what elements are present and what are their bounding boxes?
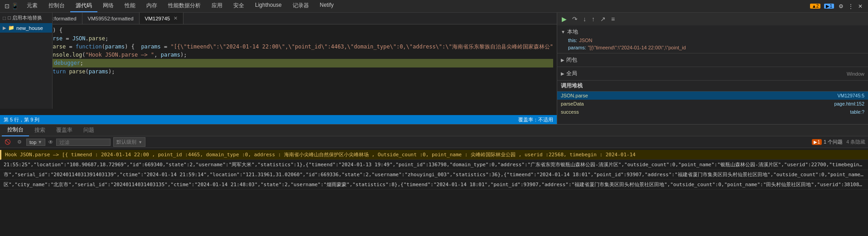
console-output: Hook JSON.parse —> [{ timeend : 2024-01-… [0, 148, 868, 236]
cursor-position: 第 5 行，第 9 列 [4, 116, 39, 123]
frame-loc-0: VM129745:5 [837, 93, 864, 98]
bottom-tab-issues[interactable]: 问题 [78, 125, 100, 136]
debugger-panel: ▶ ↷ ↓ ↑ ↗ ≡ ▼ 本地 this: JSON [557, 13, 868, 124]
call-stack-frame-0[interactable]: JSON.parse VM129745:5 [557, 92, 868, 100]
devtools-nav-menu: 元素 控制台 源代码 网络 性能 内存 性能数据分析 应用 安全 Lightho… [21, 0, 339, 12]
step-out-button[interactable]: ↑ [590, 14, 597, 24]
filter-input[interactable] [56, 139, 111, 146]
closure-scope-label: 闭包 [566, 57, 577, 63]
global-scope: ▶ 全局 Window [557, 67, 868, 81]
frame-fn-1: parseData [561, 101, 584, 106]
local-scope-header[interactable]: ▼ 本地 [557, 27, 868, 37]
hidden-count: 4 条隐藏 [846, 139, 865, 145]
enable-overrides-label: □ 启用本地替换 [8, 14, 42, 21]
source-panel: ≡ 替换 » VM58618:formatted VM59552:formatt… [0, 13, 557, 124]
bottom-tabs-bar: 控制台 搜索 覆盖率 问题 [0, 125, 868, 136]
scope-arrow-closure: ▶ [561, 58, 564, 63]
console-line: 21:55:25","location":"108.90687,18.72969… [0, 160, 868, 170]
context-dropdown-icon: ▼ [38, 140, 42, 144]
deactivate-breakpoints-button[interactable]: ≡ [609, 14, 617, 24]
scope-item-params: params: "[{\"timeend\":\"2024-01-14 22:0… [557, 44, 868, 51]
folder-label: new_house [16, 25, 43, 31]
nav-lighthouse[interactable]: Lighthouse [250, 0, 287, 12]
inspect-icon[interactable]: ⊡ [5, 3, 10, 10]
bottom-tab-console[interactable]: 控制台 [2, 124, 29, 136]
code-area: 12345678 (function() { var parse = JSON.… [0, 24, 557, 115]
nav-memory[interactable]: 内存 [141, 0, 163, 12]
closure-scope: ▶ 闭包 [557, 53, 868, 67]
scope-arrow-global: ▶ [561, 71, 564, 76]
console-controls: 🚫 ⚙ top ▼ 👁 默认级别 ▼ ▶1 1 个问题 4 条隐藏 [0, 136, 868, 148]
scope-panel: ▼ 本地 this: JSON params: "[{\"timeend\":\… [557, 25, 868, 124]
code-editor[interactable]: (function() { var parse = JSON.parse; JS… [16, 24, 557, 115]
folder-icon-visual: 📁 [8, 25, 14, 31]
nav-netify[interactable]: Netify [314, 0, 339, 12]
nav-network[interactable]: 网络 [97, 0, 119, 12]
issue-count-text: 1 个问题 [824, 139, 843, 145]
frame-fn-0: JSON.parse [561, 93, 588, 98]
nav-recorder[interactable]: 记录器 [287, 0, 314, 12]
top-label: top [29, 140, 36, 145]
step-button[interactable]: ↗ [598, 14, 608, 24]
nav-console[interactable]: 控制台 [43, 0, 70, 12]
folder-arrow-icon: ▶ [3, 25, 6, 30]
bottom-tab-search[interactable]: 搜索 [29, 125, 51, 136]
tab-close-vm129745[interactable]: ✕ [174, 15, 178, 21]
bottom-section: 控制台 搜索 覆盖率 问题 🚫 ⚙ top ▼ 👁 默认级别 ▼ ▶1 1 个问… [0, 124, 868, 236]
device-icon[interactable]: 📱 [11, 3, 19, 10]
bottom-tab-coverage[interactable]: 覆盖率 [51, 125, 78, 136]
folder-item[interactable]: ▶ 📁 new_house [0, 23, 52, 33]
nav-perf-insights[interactable]: 性能数据分析 [163, 0, 206, 12]
closure-scope-header[interactable]: ▶ 闭包 [557, 55, 868, 65]
global-scope-label: 全局 [566, 70, 577, 77]
level-label: 默认级别 [116, 139, 136, 145]
status-right: 覆盖率：不适用 [518, 116, 553, 123]
step-over-button[interactable]: ↷ [570, 14, 579, 24]
global-scope-value: Window [847, 71, 864, 77]
source-tab-vm59552[interactable]: VM59552:formatted [82, 13, 140, 24]
call-stack-frame-2[interactable]: success table:? [557, 108, 868, 116]
source-tabs-bar: ≡ 替换 » VM58618:formatted VM59552:formatt… [0, 13, 557, 24]
tab-label-vm59552: VM59552:formatted [88, 16, 134, 21]
nav-sources[interactable]: 源代码 [70, 0, 97, 12]
console-line: 区","city_name":"北京市","serial_id":"202401… [0, 180, 868, 190]
clear-console-icon[interactable]: 🚫 [3, 138, 13, 146]
checkbox-icon[interactable]: □ [3, 15, 6, 21]
level-dropdown-icon: ▼ [138, 140, 142, 144]
nav-elements[interactable]: 元素 [21, 0, 43, 12]
console-line: Hook JSON.parse —> [{ timeend : 2024-01-… [0, 150, 868, 160]
local-scope-label: 本地 [567, 29, 578, 35]
call-stack-header: 调用堆栈 [557, 81, 868, 92]
nav-performance[interactable]: 性能 [119, 0, 141, 12]
debugger-toolbar: ▶ ↷ ↓ ↑ ↗ ≡ [557, 13, 868, 25]
scope-arrow-local: ▼ [561, 29, 565, 34]
devtools-topbar: ⊡ 📱 元素 控制台 源代码 网络 性能 内存 性能数据分析 应用 安全 Lig… [0, 0, 868, 13]
resume-button[interactable]: ▶ [560, 14, 569, 24]
call-stack-frame-1[interactable]: parseData page.html:152 [557, 100, 868, 108]
global-scope-header[interactable]: ▶ 全局 Window [557, 69, 868, 78]
top-context-selector[interactable]: top ▼ [26, 139, 45, 146]
left-sidebar: □ □ 启用本地替换 ▶ 📁 new_house [0, 13, 53, 109]
step-into-button[interactable]: ↓ [581, 14, 588, 24]
close-icon[interactable]: ✕ [857, 2, 863, 10]
eye-icon[interactable]: 👁 [48, 139, 53, 145]
issue-indicator: ▶1 1 个问题 [812, 139, 843, 145]
enable-overrides-row[interactable]: □ □ 启用本地替换 [0, 13, 52, 23]
issue-controls: ▶1 1 个问题 4 条隐藏 [812, 139, 865, 145]
settings-icon[interactable]: ⚙ [838, 2, 844, 10]
source-tab-vm129745[interactable]: VM129745 ✕ [140, 13, 184, 24]
more-icon[interactable]: ⋮ [847, 2, 854, 10]
call-stack-section: 调用堆栈 JSON.parse VM129745:5 parseData pag… [557, 81, 868, 124]
log-level-selector[interactable]: 默认级别 ▼ [113, 137, 145, 147]
info-count-badge: ▶1 [824, 4, 834, 9]
status-position: 第 5 行，第 9 列 [4, 116, 39, 123]
frame-loc-2: table:? [850, 109, 864, 115]
main-area: ≡ 替换 » VM58618:formatted VM59552:formatt… [0, 13, 868, 124]
nav-security[interactable]: 安全 [228, 0, 250, 12]
coverage-status: 覆盖率：不适用 [518, 116, 553, 123]
tab-label-vm129745: VM129745 [145, 16, 170, 21]
local-scope: ▼ 本地 this: JSON params: "[{\"timeend\":\… [557, 25, 868, 53]
nav-application[interactable]: 应用 [206, 0, 228, 12]
top-right-controls: ▲2 ▶1 ⚙ ⋮ ✕ [807, 2, 866, 10]
console-settings-icon[interactable]: ⚙ [15, 138, 24, 146]
